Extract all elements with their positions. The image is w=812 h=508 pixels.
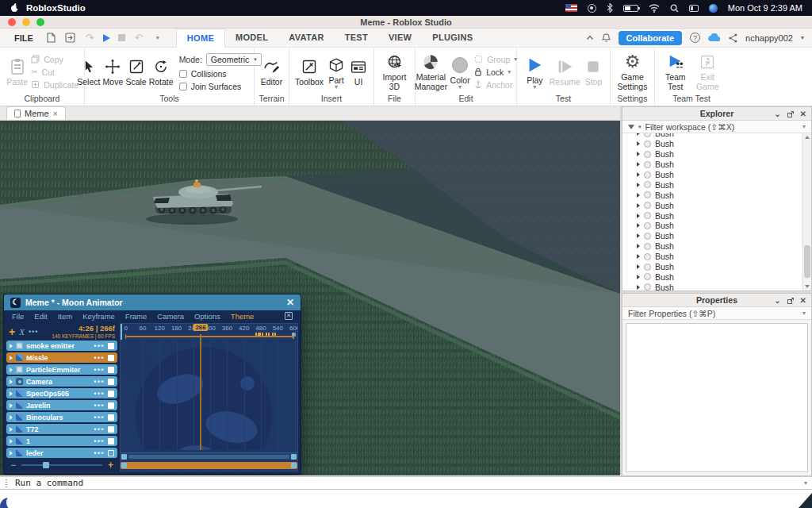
ma-menu-item[interactable]: Frame — [125, 312, 147, 321]
explorer-tree-row[interactable]: Bush — [622, 133, 802, 139]
customize-quick-access-icon[interactable]: ▾ — [152, 33, 163, 44]
cloud-sync-icon[interactable] — [708, 33, 721, 42]
properties-close-icon[interactable]: ✕ — [800, 297, 806, 305]
expand-arrow-icon[interactable] — [637, 141, 640, 146]
filter-dropdown-icon[interactable]: ▾ — [802, 123, 806, 130]
track-expand-icon[interactable] — [10, 391, 13, 396]
command-bar-drag-handle[interactable] — [5, 479, 8, 488]
expand-arrow-icon[interactable] — [637, 152, 640, 156]
terrain-editor-button[interactable]: Editor — [260, 56, 283, 87]
track-options-icon[interactable]: ••• — [94, 449, 105, 457]
keyframe-mark[interactable] — [266, 333, 267, 336]
part-caret-icon[interactable]: ▾ — [335, 86, 338, 89]
mode-dropdown[interactable]: Geometric▾ — [206, 53, 262, 66]
keyframe-mark[interactable] — [259, 333, 261, 336]
track-expand-icon[interactable] — [10, 356, 13, 360]
ma-timeline-grid[interactable]: 266 060120180240300360420480540600 — [120, 323, 298, 471]
expand-arrow-icon[interactable] — [637, 223, 640, 228]
zoom-slider-thumb[interactable] — [43, 462, 49, 468]
explorer-tree-row[interactable]: Bush — [622, 252, 802, 262]
properties-popout-icon[interactable] — [787, 298, 794, 304]
ma-menu-item[interactable]: Edit — [34, 312, 47, 321]
explorer-tree-row[interactable]: Bush — [622, 231, 802, 241]
viewport-3d[interactable]: ☾ Meme * - Moon Animator ✕ FileEditItemK… — [0, 121, 620, 475]
collaborate-button[interactable]: Collaborate — [619, 31, 683, 45]
collisions-checkbox-row[interactable]: Collisions — [179, 69, 227, 79]
ribbon-tab[interactable]: AVATAR — [278, 29, 334, 48]
ma-menu-item[interactable]: Item — [58, 312, 72, 321]
expand-arrow-icon[interactable] — [637, 193, 640, 198]
track-options-icon[interactable]: ••• — [94, 437, 105, 445]
expand-arrow-icon[interactable] — [637, 162, 640, 167]
track-expand-icon[interactable] — [10, 379, 13, 384]
collisions-checkbox[interactable] — [179, 70, 187, 78]
track-visibility-checkbox[interactable] — [108, 367, 114, 373]
explorer-close-icon[interactable]: ✕ — [800, 110, 806, 118]
expand-arrow-icon[interactable] — [637, 254, 640, 259]
toolbox-button[interactable]: Toolbox — [295, 56, 324, 87]
input-source-flag-icon[interactable] — [565, 4, 577, 12]
track-expand-icon[interactable] — [10, 427, 13, 432]
document-tab-meme[interactable]: Meme × — [6, 106, 66, 120]
keyframe-mark[interactable] — [262, 333, 263, 336]
explorer-tree-row[interactable]: Bush — [622, 221, 802, 231]
control-center-icon[interactable] — [689, 5, 699, 12]
zoom-out-button[interactable]: − — [10, 460, 16, 471]
expand-arrow-icon[interactable] — [637, 233, 640, 238]
rotate-tool-button[interactable]: Rotate — [149, 56, 174, 87]
menubar-app-name[interactable]: RobloxStudio — [26, 3, 86, 13]
explorer-filter-input[interactable]: ▾ Filter workspace (⇧⌘X) ▾ — [622, 121, 811, 133]
filter-caret-icon[interactable]: ▾ — [638, 124, 642, 130]
explorer-collapse-icon[interactable]: ⌄ — [774, 110, 780, 118]
track-options-icon[interactable]: ••• — [94, 378, 105, 386]
play-button[interactable]: Play ▾ — [523, 55, 547, 90]
move-tool-button[interactable]: Move — [102, 56, 123, 87]
properties-header[interactable]: Properties ⌄ ✕ — [622, 294, 811, 307]
track-visibility-checkbox[interactable] — [108, 450, 114, 456]
ma-menu-item[interactable]: Options — [194, 312, 220, 321]
window-minimize-button[interactable] — [22, 18, 30, 26]
ma-ruler[interactable]: 266 060120180240300360420480540600 — [121, 324, 297, 340]
join-surfaces-checkbox-row[interactable]: Join Surfaces — [179, 82, 242, 91]
expand-arrow-icon[interactable] — [637, 183, 640, 187]
track-visibility-checkbox[interactable] — [108, 391, 114, 397]
open-file-icon[interactable] — [65, 33, 76, 44]
ma-track-row[interactable]: T72 ••• — [6, 424, 117, 434]
stop-button[interactable]: Stop — [583, 56, 604, 87]
explorer-tree-row[interactable]: Bush — [622, 241, 802, 252]
easing-x-icon[interactable]: X — [19, 327, 25, 337]
notifications-bell-icon[interactable] — [602, 33, 611, 43]
track-expand-icon[interactable] — [10, 403, 13, 408]
ma-menu-item[interactable]: File — [12, 312, 24, 321]
keyframe-mark[interactable] — [258, 333, 259, 336]
properties-collapse-icon[interactable]: ⌄ — [774, 297, 780, 305]
expand-arrow-icon[interactable] — [637, 203, 640, 208]
moon-animator-titlebar[interactable]: ☾ Meme * - Moon Animator ✕ — [4, 294, 301, 310]
expand-arrow-icon[interactable] — [637, 285, 640, 290]
import-3d-button[interactable]: Import 3D — [380, 52, 409, 91]
explorer-tree-row[interactable]: Bush — [622, 149, 802, 160]
keyframe-mark[interactable] — [268, 333, 270, 336]
expand-arrow-icon[interactable] — [637, 133, 640, 136]
ma-track-row[interactable]: leder ••• — [6, 448, 117, 458]
properties-filter-input[interactable]: Filter Properties (⇧⌘P) ▾ — [622, 307, 811, 320]
command-history-caret-icon[interactable]: ▾ — [804, 479, 807, 487]
part-button[interactable]: Part ▾ — [326, 55, 347, 90]
team-test-button[interactable]: Team Test — [661, 52, 691, 91]
ribbon-tab[interactable]: TEST — [335, 29, 378, 48]
lock-button[interactable]: Lock▾ — [474, 67, 511, 77]
ma-range-bar[interactable] — [121, 462, 297, 469]
scrollbar-down-icon[interactable] — [803, 283, 811, 291]
duplicate-button[interactable]: Duplicate — [31, 80, 79, 90]
track-options-icon[interactable]: ••• — [94, 414, 105, 421]
ma-menu-item[interactable]: Camera — [157, 312, 184, 321]
ma-menu-item[interactable]: Theme — [231, 312, 255, 321]
scale-tool-button[interactable]: Scale — [125, 56, 146, 87]
zoom-in-button[interactable]: + — [108, 460, 113, 471]
anchor-button[interactable]: Anchor — [474, 80, 512, 90]
keyframe-mark[interactable] — [274, 333, 276, 336]
explorer-tree-row[interactable]: Bush — [622, 139, 802, 149]
playhead[interactable] — [200, 334, 201, 450]
ribbon-tab[interactable]: PLUGINS — [422, 29, 483, 48]
track-options-icon[interactable]: ••• — [94, 402, 105, 410]
